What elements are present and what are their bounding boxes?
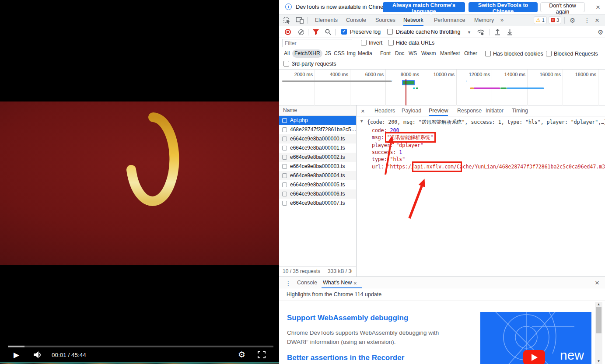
video-progress-bar[interactable] bbox=[8, 346, 273, 347]
request-row[interactable]: e664ce9e8ba000007.ts bbox=[279, 199, 357, 208]
request-row[interactable]: e664ce9e8ba000004.ts bbox=[279, 171, 357, 180]
warnings-badge[interactable]: ⚠ 1 bbox=[534, 16, 547, 24]
device-toolbar-icon[interactable] bbox=[296, 17, 304, 24]
type-filter-fetch-xhr[interactable]: Fetch/XHR bbox=[292, 49, 322, 58]
fullscreen-icon[interactable] bbox=[258, 351, 266, 358]
whats-new-scrollbar[interactable]: ▲ ▼ bbox=[595, 302, 602, 364]
play-button[interactable]: ▶ bbox=[14, 350, 19, 360]
scrollbar-thumb[interactable] bbox=[596, 307, 602, 333]
notification-close-icon[interactable]: × bbox=[596, 4, 600, 11]
preview-root-line[interactable]: {code: 200, msg: "诺讯智能解析系统", success: 1,… bbox=[367, 119, 605, 126]
issues-badge[interactable]: x 3 bbox=[549, 16, 561, 24]
whats-new-video-thumbnail[interactable]: new bbox=[480, 312, 591, 364]
request-row[interactable]: e664ce9e8ba000005.ts bbox=[279, 180, 357, 189]
import-har-icon[interactable] bbox=[494, 29, 501, 35]
blocked-requests-checkbox[interactable] bbox=[546, 51, 552, 56]
preserve-log-checkbox[interactable] bbox=[341, 29, 347, 35]
always-match-language-button[interactable]: Always match Chrome's language bbox=[383, 2, 465, 12]
volume-icon[interactable] bbox=[33, 351, 42, 359]
request-row[interactable]: e664ce9e8ba000006.ts bbox=[279, 189, 357, 199]
tab-sources[interactable]: Sources bbox=[375, 14, 395, 26]
request-row[interactable]: e664ce9e8ba000003.ts bbox=[279, 162, 357, 171]
record-network-log-icon[interactable] bbox=[285, 29, 291, 35]
switch-devtools-chinese-button[interactable]: Switch DevTools to Chinese bbox=[469, 2, 538, 12]
type-filter-manifest[interactable]: Manifest bbox=[438, 49, 462, 58]
video-settings-icon[interactable]: ⚙ bbox=[238, 350, 245, 359]
blocked-requests-label[interactable]: Blocked Requests bbox=[554, 51, 598, 57]
type-filter-wasm[interactable]: Wasm bbox=[419, 49, 438, 58]
drawer-kebab-icon[interactable]: ⋮ bbox=[285, 280, 291, 287]
more-tabs-chevron[interactable]: » bbox=[500, 14, 504, 26]
scroll-down-icon[interactable]: ▼ bbox=[595, 359, 602, 364]
tab-network[interactable]: Network bbox=[403, 14, 423, 26]
clear-network-log-icon[interactable] bbox=[298, 29, 304, 35]
filter-input[interactable] bbox=[282, 39, 352, 47]
request-type-filters: All Fetch/XHR JS CSS Img Media Font Doc … bbox=[279, 49, 605, 59]
preserve-log-label[interactable]: Preserve log bbox=[350, 29, 381, 35]
request-row[interactable]: 468e28747f3f72861ba2c5… bbox=[279, 125, 357, 134]
inspect-icon[interactable] bbox=[283, 17, 290, 24]
dont-show-again-button[interactable]: Don't show again bbox=[540, 2, 585, 12]
request-row[interactable]: e664ce9e8ba000002.ts bbox=[279, 153, 357, 162]
disclosure-triangle-icon[interactable]: ▼ bbox=[360, 119, 363, 123]
request-row[interactable]: e664ce9e8ba000001.ts bbox=[279, 144, 357, 153]
row-checkbox[interactable] bbox=[282, 155, 287, 160]
requests-table: Name Api.php 468e28747f3f72861ba2c5… e66… bbox=[279, 105, 357, 276]
disable-cache-label[interactable]: Disable cache bbox=[396, 29, 430, 35]
request-row-api-php[interactable]: Api.php bbox=[279, 116, 357, 125]
throttling-select[interactable]: No throttling bbox=[431, 29, 460, 35]
name-column-header[interactable]: Name bbox=[279, 105, 357, 116]
export-har-icon[interactable] bbox=[507, 29, 513, 35]
hide-data-urls-checkbox[interactable] bbox=[388, 40, 394, 46]
type-filter-other[interactable]: Other bbox=[462, 49, 479, 58]
row-checkbox[interactable] bbox=[282, 173, 287, 178]
has-blocked-cookies-checkbox[interactable] bbox=[485, 51, 491, 56]
disable-cache-checkbox[interactable] bbox=[387, 29, 393, 35]
type-filter-font[interactable]: Font bbox=[378, 49, 393, 58]
row-checkbox[interactable] bbox=[282, 118, 287, 123]
kebab-menu-icon[interactable]: ⋮ bbox=[584, 17, 590, 24]
whats-new-tab-close-icon[interactable]: × bbox=[353, 280, 357, 287]
devtools-close-icon[interactable]: × bbox=[595, 17, 599, 24]
type-filter-media[interactable]: Media bbox=[356, 49, 374, 58]
drawer-tab-whats-new[interactable]: What's New bbox=[323, 277, 352, 288]
drawer-close-icon[interactable]: × bbox=[595, 279, 599, 287]
tab-elements[interactable]: Elements bbox=[315, 14, 338, 26]
type-filter-doc[interactable]: Doc bbox=[393, 49, 406, 58]
filter-icon[interactable] bbox=[313, 29, 319, 35]
hide-data-urls-label[interactable]: Hide data URLs bbox=[396, 40, 434, 46]
row-checkbox[interactable] bbox=[282, 201, 287, 206]
row-checkbox[interactable] bbox=[282, 164, 287, 169]
type-filter-ws[interactable]: WS bbox=[406, 49, 419, 58]
invert-label[interactable]: Invert bbox=[369, 40, 382, 46]
video-player[interactable]: ▶ 00:01 / 45:44 ⚙ bbox=[0, 0, 279, 364]
request-row[interactable]: e664ce9e8ba000000.ts bbox=[279, 134, 357, 144]
network-overview[interactable]: 2000 ms 4000 ms 6000 ms 8000 ms 10000 ms… bbox=[279, 70, 605, 105]
row-checkbox[interactable] bbox=[282, 182, 287, 187]
scroll-up-icon[interactable]: ▲ bbox=[595, 302, 602, 307]
youtube-play-button[interactable] bbox=[523, 350, 545, 364]
transferred-size: 333 kB / 36 bbox=[324, 266, 352, 276]
tab-memory[interactable]: Memory bbox=[474, 14, 494, 26]
invert-checkbox[interactable] bbox=[361, 40, 367, 46]
row-checkbox[interactable] bbox=[282, 136, 287, 141]
network-settings-gear-icon[interactable]: ⚙ bbox=[598, 28, 603, 36]
json-preview-tree[interactable]: ▼ {code: 200, msg: "诺讯智能解析系统", success: … bbox=[357, 105, 605, 276]
throttling-caret-icon[interactable]: ▼ bbox=[467, 30, 471, 35]
third-party-checkbox[interactable] bbox=[283, 61, 289, 66]
settings-gear-icon[interactable]: ⚙ bbox=[570, 17, 575, 24]
whats-new-heading-recorder[interactable]: Better assertions in the Recorder bbox=[287, 354, 404, 362]
network-conditions-icon[interactable] bbox=[477, 29, 485, 35]
third-party-label[interactable]: 3rd-party requests bbox=[292, 61, 336, 67]
type-filter-all[interactable]: All bbox=[282, 49, 292, 58]
drawer-tab-console[interactable]: Console bbox=[297, 277, 317, 288]
has-blocked-cookies-label[interactable]: Has blocked cookies bbox=[493, 51, 543, 57]
whats-new-heading-wasm[interactable]: Support WebAssembly debugging bbox=[287, 314, 408, 322]
tab-console[interactable]: Console bbox=[346, 14, 366, 26]
prop-code: code: 200 bbox=[372, 127, 399, 133]
row-checkbox[interactable] bbox=[282, 146, 287, 150]
tab-performance[interactable]: Performance bbox=[434, 14, 465, 26]
search-icon[interactable] bbox=[325, 29, 331, 35]
row-checkbox[interactable] bbox=[282, 127, 287, 132]
row-checkbox[interactable] bbox=[282, 192, 287, 196]
